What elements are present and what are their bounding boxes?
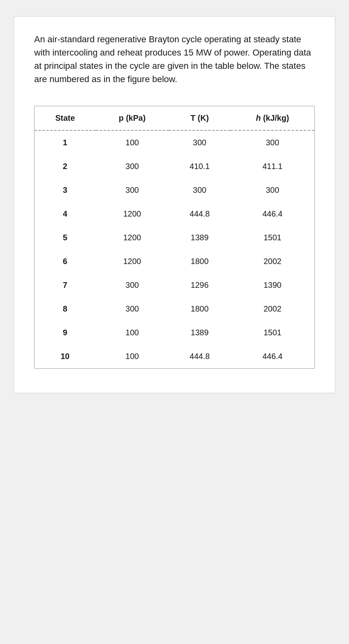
cell-enthalpy: 1501 [230, 321, 314, 345]
cell-temperature: 444.8 [169, 202, 231, 226]
state-data-table: State p (kPa) T (K) h (kJ/kg) 1100300300… [35, 106, 314, 368]
cell-enthalpy: 2002 [230, 250, 314, 273]
cell-temperature: 1800 [169, 297, 231, 321]
cell-state: 6 [35, 250, 96, 273]
table-row: 2300410.1411.1 [35, 155, 314, 178]
cell-state: 5 [35, 226, 96, 250]
col-header-pressure: p (kPa) [96, 106, 169, 130]
cell-temperature: 300 [169, 178, 231, 202]
table-body: 11003003002300410.1411.13300300300412004… [35, 130, 314, 368]
cell-temperature: 300 [169, 130, 231, 155]
cell-state: 3 [35, 178, 96, 202]
table-row: 6120018002002 [35, 250, 314, 273]
data-table-container: State p (kPa) T (K) h (kJ/kg) 1100300300… [34, 106, 315, 369]
cell-enthalpy: 1390 [230, 273, 314, 297]
cell-enthalpy: 300 [230, 178, 314, 202]
cell-temperature: 444.8 [169, 345, 231, 368]
col-header-enthalpy: h (kJ/kg) [230, 106, 314, 130]
cell-pressure: 300 [96, 155, 169, 178]
col-header-temperature: T (K) [169, 106, 231, 130]
cell-pressure: 1200 [96, 202, 169, 226]
cell-state: 4 [35, 202, 96, 226]
cell-pressure: 100 [96, 345, 169, 368]
cell-enthalpy: 2002 [230, 297, 314, 321]
cell-pressure: 300 [96, 273, 169, 297]
cell-pressure: 1200 [96, 226, 169, 250]
cell-state: 9 [35, 321, 96, 345]
cell-enthalpy: 411.1 [230, 155, 314, 178]
cell-enthalpy: 446.4 [230, 202, 314, 226]
cell-temperature: 1800 [169, 250, 231, 273]
cell-state: 2 [35, 155, 96, 178]
cell-pressure: 300 [96, 178, 169, 202]
cell-temperature: 1296 [169, 273, 231, 297]
cell-state: 7 [35, 273, 96, 297]
table-header-row: State p (kPa) T (K) h (kJ/kg) [35, 106, 314, 130]
table-row: 5120013891501 [35, 226, 314, 250]
cell-pressure: 300 [96, 297, 169, 321]
main-card: An air-standard regenerative Brayton cyc… [14, 16, 335, 393]
table-row: 830018002002 [35, 297, 314, 321]
table-row: 910013891501 [35, 321, 314, 345]
cell-enthalpy: 1501 [230, 226, 314, 250]
cell-state: 8 [35, 297, 96, 321]
table-row: 730012961390 [35, 273, 314, 297]
cell-enthalpy: 446.4 [230, 345, 314, 368]
cell-temperature: 1389 [169, 321, 231, 345]
cell-state: 10 [35, 345, 96, 368]
table-row: 3300300300 [35, 178, 314, 202]
cell-pressure: 100 [96, 130, 169, 155]
problem-description: An air-standard regenerative Brayton cyc… [34, 33, 315, 86]
cell-temperature: 1389 [169, 226, 231, 250]
table-row: 1100300300 [35, 130, 314, 155]
cell-pressure: 100 [96, 321, 169, 345]
cell-pressure: 1200 [96, 250, 169, 273]
cell-enthalpy: 300 [230, 130, 314, 155]
table-row: 10100444.8446.4 [35, 345, 314, 368]
table-row: 41200444.8446.4 [35, 202, 314, 226]
col-header-state: State [35, 106, 96, 130]
cell-state: 1 [35, 130, 96, 155]
cell-temperature: 410.1 [169, 155, 231, 178]
